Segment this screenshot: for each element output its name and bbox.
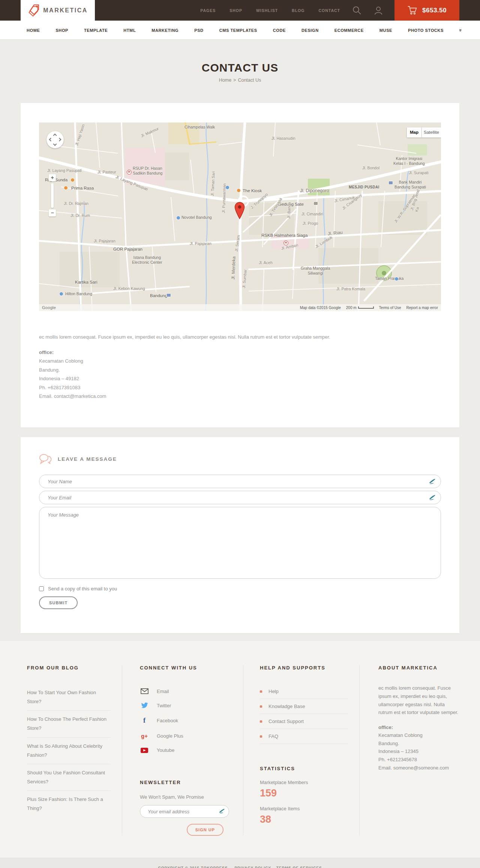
catnav-marketing[interactable]: MARKETING <box>152 28 178 33</box>
catnav-html[interactable]: HTML <box>123 28 136 33</box>
contact-support-link[interactable]: Contact Support <box>260 714 348 729</box>
form-heading: LEAVE A MESSAGE <box>58 456 117 462</box>
blog-link[interactable]: Plus Size Fashion: Is There Such a Thing… <box>27 791 111 817</box>
footer-help-column: HELP AND SUPPORTS Help Knowladge Base Co… <box>243 665 359 836</box>
catnav-muse[interactable]: MUSE <box>380 28 392 33</box>
scale-bar <box>358 306 374 309</box>
catnav-cms-templates[interactable]: CMS TEMPLATES <box>219 28 257 33</box>
zoom-out-button[interactable]: − <box>49 209 56 217</box>
office-address-block: office: Kecamatan Coblong Bandung. Indon… <box>39 348 441 400</box>
pan-right-icon[interactable] <box>58 138 62 142</box>
map-data-text: Map data ©2015 Google <box>300 306 341 310</box>
catnav-template[interactable]: TEMPLATE <box>84 28 108 33</box>
zoom-slider[interactable] <box>51 183 54 208</box>
location-marker[interactable] <box>234 202 245 219</box>
social-facebook-link[interactable]: f Facebook <box>140 713 232 729</box>
cart-total: $653.50 <box>422 7 447 14</box>
privacy-policy-link[interactable]: PRIVACY POLICY <box>234 866 271 868</box>
chat-bubbles-icon <box>39 454 52 464</box>
top-nav-contact[interactable]: CONTACT <box>318 8 340 13</box>
social-list: Email Twitter f Facebook g+ Google Plus <box>140 684 232 757</box>
faq-link[interactable]: FAQ <box>260 729 348 744</box>
search-icon[interactable] <box>352 6 362 15</box>
footer-connect-heading: CONNECT WITH US <box>140 665 232 671</box>
stat-value: 159 <box>260 787 348 799</box>
email-input[interactable] <box>39 491 441 504</box>
youtube-icon <box>140 748 149 753</box>
blog-link[interactable]: How To Choose The Perfect Fashion Store? <box>27 711 111 737</box>
message-field-wrap <box>39 507 441 580</box>
user-icon[interactable] <box>374 6 383 15</box>
address-line: Email. contact@marketica.com <box>39 392 441 400</box>
message-textarea[interactable] <box>39 507 441 579</box>
footer-about-column: ABOUT MARKETICA ec mollis lorem consequa… <box>359 665 459 836</box>
social-twitter-link[interactable]: Twitter <box>140 698 232 713</box>
office-label: office: <box>39 348 441 357</box>
catnav-ecommerce[interactable]: ECOMMERCE <box>334 28 364 33</box>
catnav-shop[interactable]: SHOP <box>56 28 68 33</box>
help-link[interactable]: Help <box>260 684 348 699</box>
newsletter-field-wrap <box>140 805 229 818</box>
breadcrumb-current: Contact Us <box>238 78 261 83</box>
zoom-in-button[interactable]: + <box>49 174 56 181</box>
copyright-text: COPYRIGHT © 2015 TOKOPRESS <box>158 866 228 868</box>
address-line: Indonesia – 12345 <box>378 747 459 756</box>
map-type-satellite-button[interactable]: Satellite <box>422 127 441 137</box>
knowledge-base-link[interactable]: Knowladge Base <box>260 699 348 714</box>
logo[interactable]: MARKETICA <box>21 0 95 21</box>
social-email-link[interactable]: Email <box>140 684 232 698</box>
map-pan-control[interactable] <box>46 131 64 148</box>
help-list: Help Knowladge Base Contact Support FAQ <box>260 684 348 744</box>
catnav-photo-stocks[interactable]: PHOTO STOCKS <box>408 28 444 33</box>
newsletter-email-input[interactable] <box>140 805 229 818</box>
stat-label: Marketplace Members <box>260 780 348 785</box>
pan-up-icon[interactable] <box>53 134 57 137</box>
send-copy-checkbox[interactable] <box>39 586 44 591</box>
footer-blog-heading: FROM OUR BLOG <box>27 665 111 671</box>
top-nav-blog[interactable]: BLOG <box>292 8 304 13</box>
twitter-icon <box>140 702 149 708</box>
top-nav-pages[interactable]: PAGES <box>200 8 216 13</box>
stat-label: Marketplace Items <box>260 806 348 811</box>
address-line: Bandung. <box>39 366 441 374</box>
catnav-design[interactable]: DESIGN <box>302 28 319 33</box>
square-bullet-icon <box>260 705 262 708</box>
terms-of-use-link[interactable]: Terms of Use <box>379 306 401 310</box>
cart-button[interactable]: $653.50 <box>394 0 459 21</box>
pan-left-icon[interactable] <box>49 138 53 142</box>
top-nav-wishlist[interactable]: WISHLIST <box>256 8 278 13</box>
send-copy-label: Send a copy of this email to you <box>48 586 117 592</box>
map-attribution: Google Map data ©2015 Google 200 m Terms… <box>39 304 441 311</box>
pan-down-icon[interactable] <box>53 142 57 146</box>
submit-button[interactable]: SUBMIT <box>39 596 78 609</box>
page-title-section: CONTACT US Home>Contact Us <box>0 40 480 103</box>
map-scale: 200 m <box>346 306 374 310</box>
office-label: office: <box>378 723 459 732</box>
social-google-plus-link[interactable]: g+ Google Plus <box>140 729 232 743</box>
catnav-psd[interactable]: PSD <box>194 28 203 33</box>
top-nav-shop[interactable]: SHOP <box>230 8 242 13</box>
terms-of-services-link[interactable]: TERMS OF SERVICES <box>276 866 322 868</box>
signup-button[interactable]: SIGN UP <box>187 824 224 836</box>
chevron-double-down-icon[interactable]: » <box>458 29 464 31</box>
address-line: Kecamatan Coblong <box>378 731 459 740</box>
breadcrumb-home[interactable]: Home <box>219 78 231 83</box>
breadcrumb: Home>Contact Us <box>0 78 480 83</box>
google-map[interactable]: Cihampelas Walk Jl. Hasanudin Raja Sunda… <box>39 123 441 311</box>
blog-link[interactable]: How To Start Your Own Fashion Store? <box>27 684 111 711</box>
address-line: Email. someone@someone.com <box>378 764 459 772</box>
map-type-map-button[interactable]: Map <box>407 127 422 137</box>
catnav-code[interactable]: CODE <box>273 28 286 33</box>
site-header: MARKETICA PAGES SHOP WISHLIST BLOG CONTA… <box>0 0 480 21</box>
category-nav: HOME SHOP TEMPLATE HTML MARKETING PSD CM… <box>0 21 480 40</box>
form-heading-row: LEAVE A MESSAGE <box>39 454 441 464</box>
square-bullet-icon <box>260 690 262 693</box>
social-youtube-link[interactable]: Youtube <box>140 743 232 757</box>
report-map-error-link[interactable]: Report a map error <box>406 306 438 310</box>
about-office-block: office: Kecamatan Coblong Bandung. Indon… <box>378 723 459 772</box>
blog-link[interactable]: What is So Alluring About Celebrity Fash… <box>27 738 111 764</box>
catnav-home[interactable]: HOME <box>27 28 40 33</box>
name-input[interactable] <box>39 475 441 488</box>
blog-link[interactable]: Should You Use Fashion Consultant Servic… <box>27 764 111 791</box>
facebook-icon: f <box>140 717 149 725</box>
